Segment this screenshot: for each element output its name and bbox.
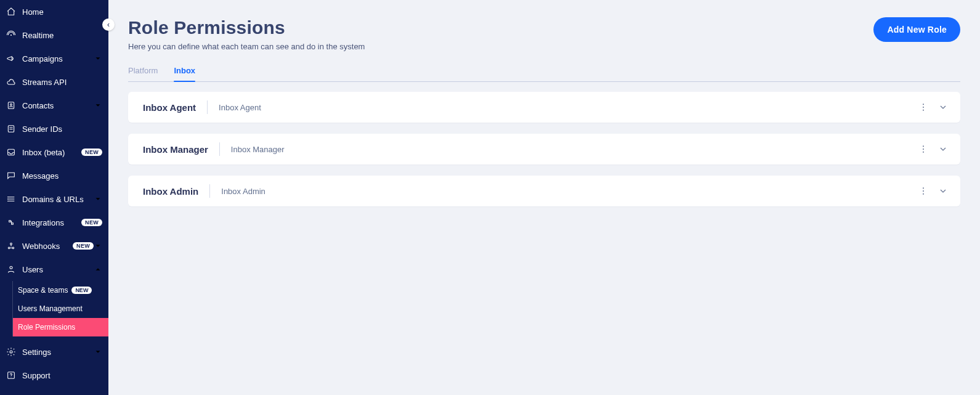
role-card-inbox-manager: Inbox ManagerInbox Manager xyxy=(128,134,960,165)
sidebar-collapse-button[interactable]: ‹ xyxy=(102,18,115,31)
kebab-icon[interactable] xyxy=(918,186,928,196)
sidebar-item-label: Sender IDs xyxy=(22,124,102,134)
chevron-down-icon xyxy=(94,348,102,356)
role-actions xyxy=(918,186,948,196)
tabs: PlatformInbox xyxy=(128,66,960,82)
svg-point-13 xyxy=(10,377,11,377)
divider xyxy=(219,142,220,156)
kebab-icon[interactable] xyxy=(918,102,928,112)
chevron-down-icon[interactable] xyxy=(938,186,948,196)
webhooks-icon xyxy=(6,241,16,251)
svg-point-15 xyxy=(923,107,924,108)
svg-point-7 xyxy=(8,247,10,249)
sidebar-subitem-role-permissions[interactable]: Role Permissions xyxy=(13,318,108,336)
role-card-inbox-agent: Inbox AgentInbox Agent xyxy=(128,92,960,123)
svg-point-8 xyxy=(12,247,14,249)
role-title: Inbox Agent xyxy=(143,102,196,113)
sidebar-item-label: Inbox (beta) xyxy=(22,148,78,157)
sidebar-subitem-space-teams[interactable]: Space & teamsNEW xyxy=(13,281,108,299)
role-title: Inbox Admin xyxy=(143,186,198,197)
sidebar-item-label: Campaigns xyxy=(22,54,94,63)
contacts-icon xyxy=(6,100,16,110)
role-description: Inbox Admin xyxy=(221,187,918,196)
inbox-icon xyxy=(6,147,16,157)
svg-point-5 xyxy=(7,198,8,199)
sidebar-item-label: Contacts xyxy=(22,101,94,110)
sidebar-subitem-label: Role Permissions xyxy=(18,323,75,332)
megaphone-icon xyxy=(6,54,16,63)
sidebar-item-support[interactable]: Support xyxy=(0,364,108,387)
svg-point-14 xyxy=(923,104,924,105)
sidebar-item-campaigns[interactable]: Campaigns xyxy=(0,47,108,70)
main-content: Role Permissions Here you can define wha… xyxy=(108,0,980,395)
tab-platform[interactable]: Platform xyxy=(128,66,158,81)
svg-point-9 xyxy=(10,243,12,245)
sidebar-item-label: Home xyxy=(22,7,102,17)
sidebar-subnav-users: Space & teamsNEWUsers ManagementRole Per… xyxy=(12,281,108,336)
kebab-icon[interactable] xyxy=(918,144,928,154)
role-card-inbox-admin: Inbox AdminInbox Admin xyxy=(128,176,960,206)
messages-icon xyxy=(6,171,16,181)
sidebar-item-sender-ids[interactable]: Sender IDs xyxy=(0,117,108,140)
users-icon xyxy=(6,264,16,274)
chevron-down-icon xyxy=(94,195,102,203)
divider xyxy=(209,184,210,198)
svg-point-16 xyxy=(923,110,924,111)
sidebar-item-label: Support xyxy=(22,371,102,380)
sidebar-item-users[interactable]: Users xyxy=(0,258,108,281)
page-title: Role Permissions xyxy=(128,17,873,38)
role-title: Inbox Manager xyxy=(143,144,208,155)
sidebar-item-contacts[interactable]: Contacts xyxy=(0,94,108,117)
sidebar-subitem-users-management[interactable]: Users Management xyxy=(13,299,108,318)
new-badge: NEW xyxy=(73,242,94,250)
sidebar-subitem-label: Space & teams xyxy=(18,286,68,295)
sidebar-item-settings[interactable]: Settings xyxy=(0,340,108,364)
chevron-down-icon[interactable] xyxy=(938,102,948,112)
sidebar-item-inbox-beta[interactable]: Inbox (beta)NEW xyxy=(0,140,108,164)
add-new-role-button[interactable]: Add New Role xyxy=(873,17,960,42)
svg-point-17 xyxy=(923,145,924,147)
sidebar-item-label: Domains & URLs xyxy=(22,195,94,204)
chevron-down-icon[interactable] xyxy=(938,144,948,154)
chevron-up-icon xyxy=(94,265,102,274)
realtime-icon xyxy=(6,30,16,40)
svg-point-11 xyxy=(10,351,12,353)
svg-point-22 xyxy=(923,193,924,195)
page-header: Role Permissions Here you can define wha… xyxy=(128,17,960,51)
domains-icon xyxy=(6,194,16,204)
chevron-left-icon: ‹ xyxy=(107,20,110,29)
sidebar-item-label: Webhooks xyxy=(22,242,69,251)
sidebar-item-label: Streams API xyxy=(22,78,102,87)
sidebar-item-webhooks[interactable]: WebhooksNEW xyxy=(0,234,108,258)
chevron-down-icon xyxy=(94,101,102,110)
sidebar-item-label: Settings xyxy=(22,348,94,357)
svg-point-21 xyxy=(923,190,924,192)
new-badge: NEW xyxy=(81,149,102,156)
sidebar: ‹ HomeRealtimeCampaignsStreams APIContac… xyxy=(0,0,108,395)
new-badge: NEW xyxy=(71,287,92,294)
svg-point-0 xyxy=(10,35,12,36)
home-icon xyxy=(6,7,16,17)
chevron-down-icon xyxy=(94,54,102,63)
sidebar-item-home[interactable]: Home xyxy=(0,0,108,23)
integrations-icon xyxy=(6,218,16,227)
sidebar-item-label: Realtime xyxy=(22,31,102,40)
role-list: Inbox AgentInbox AgentInbox ManagerInbox… xyxy=(128,92,960,206)
svg-point-6 xyxy=(7,201,8,202)
svg-point-20 xyxy=(923,187,924,189)
sidebar-item-domains-urls[interactable]: Domains & URLs xyxy=(0,187,108,211)
role-actions xyxy=(918,102,948,112)
svg-rect-3 xyxy=(8,126,14,132)
role-description: Inbox Manager xyxy=(231,145,918,154)
svg-point-4 xyxy=(7,197,8,197)
sidebar-item-messages[interactable]: Messages xyxy=(0,164,108,187)
cloud-icon xyxy=(6,77,16,87)
sender-icon xyxy=(6,124,16,134)
sidebar-item-integrations[interactable]: IntegrationsNEW xyxy=(0,211,108,234)
tab-inbox[interactable]: Inbox xyxy=(174,66,195,81)
role-description: Inbox Agent xyxy=(219,103,918,112)
sidebar-item-streams-api[interactable]: Streams API xyxy=(0,70,108,94)
sidebar-item-realtime[interactable]: Realtime xyxy=(0,23,108,47)
sidebar-item-label: Integrations xyxy=(22,218,78,227)
sidebar-item-label: Messages xyxy=(22,171,102,181)
